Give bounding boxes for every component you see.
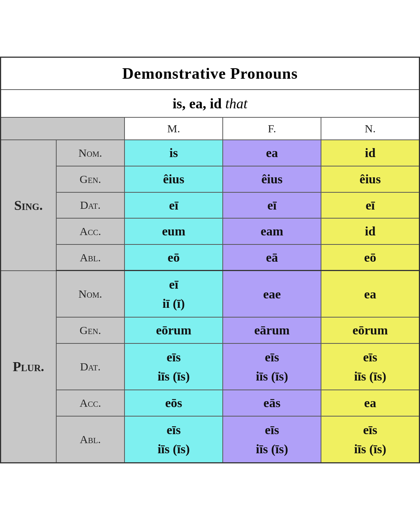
sing-acc-row: Acc. eum eam id: [1, 218, 420, 244]
plur-acc-n: ea: [321, 390, 419, 416]
sing-label: Sing.: [1, 140, 56, 270]
plur-gen-row: Gen. eōrum eārum eōrum: [1, 317, 420, 343]
sing-gen-f: êius: [223, 166, 321, 192]
sing-gen-m: êius: [124, 166, 223, 192]
plur-acc-row: Acc. eōs eās ea: [1, 390, 420, 416]
plur-nom-n: ea: [321, 271, 419, 318]
plur-dat-m: eīsiīs (īs): [124, 343, 223, 390]
empty-header: [1, 117, 125, 140]
sing-abl-n: eō: [321, 244, 419, 271]
plur-dat-case: Dat.: [56, 343, 124, 390]
gender-header-row: M. F. N.: [1, 117, 420, 140]
subtitle-text: is, ea, id: [172, 96, 225, 111]
sing-gen-row: Gen. êius êius êius: [1, 166, 420, 192]
plur-label: Plur.: [1, 271, 56, 463]
sing-nom-row: Sing. Nom. is ea id: [1, 140, 420, 166]
sing-acc-case: Acc.: [56, 218, 124, 244]
plur-abl-n: eīsiīs (īs): [321, 416, 419, 463]
sing-dat-n: eī: [321, 192, 419, 219]
sing-abl-row: Abl. eō eā eō: [1, 244, 420, 271]
sing-dat-row: Dat. eī eī eī: [1, 192, 420, 219]
plur-abl-case: Abl.: [56, 416, 124, 463]
plur-abl-f: eīsiīs (īs): [223, 416, 321, 463]
sing-acc-f: eam: [223, 218, 321, 244]
plur-acc-f: eās: [223, 390, 321, 416]
sing-nom-f: ea: [223, 140, 321, 166]
plur-dat-f: eīsiīs (īs): [223, 343, 321, 390]
table-title: Demonstrative Pronouns: [1, 57, 420, 90]
sing-abl-case: Abl.: [56, 244, 124, 271]
plur-gen-f: eārum: [223, 317, 321, 343]
sing-gen-n: êius: [321, 166, 419, 192]
title-row: Demonstrative Pronouns: [1, 57, 420, 90]
plur-dat-n: eīsiīs (īs): [321, 343, 419, 390]
plur-gen-case: Gen.: [56, 317, 124, 343]
sing-nom-case: Nom.: [56, 140, 124, 166]
sing-dat-m: eī: [124, 192, 223, 219]
header-m: M.: [124, 117, 223, 140]
header-n: N.: [321, 117, 419, 140]
plur-nom-row: Plur. Nom. eīiī (ī) eae ea: [1, 271, 420, 318]
plur-nom-f: eae: [223, 271, 321, 318]
plur-acc-case: Acc.: [56, 390, 124, 416]
plur-nom-case: Nom.: [56, 271, 124, 318]
plur-gen-n: eōrum: [321, 317, 419, 343]
plur-nom-m: eīiī (ī): [124, 271, 223, 318]
main-table: Demonstrative Pronouns is, ea, id that M…: [0, 57, 420, 463]
header-f: F.: [223, 117, 321, 140]
sing-acc-n: id: [321, 218, 419, 244]
sing-dat-f: eī: [223, 192, 321, 219]
plur-abl-m: eīsiīs (īs): [124, 416, 223, 463]
plur-gen-m: eōrum: [124, 317, 223, 343]
sing-nom-m: is: [124, 140, 223, 166]
subtitle-row: is, ea, id that: [1, 90, 420, 117]
sing-nom-n: id: [321, 140, 419, 166]
subtitle-italic: that: [225, 96, 248, 111]
table-subtitle: is, ea, id that: [1, 90, 420, 117]
sing-abl-m: eō: [124, 244, 223, 271]
sing-gen-case: Gen.: [56, 166, 124, 192]
plur-dat-row: Dat. eīsiīs (īs) eīsiīs (īs) eīsiīs (īs): [1, 343, 420, 390]
sing-acc-m: eum: [124, 218, 223, 244]
sing-abl-f: eā: [223, 244, 321, 271]
plur-acc-m: eōs: [124, 390, 223, 416]
sing-dat-case: Dat.: [56, 192, 124, 219]
plur-abl-row: Abl. eīsiīs (īs) eīsiīs (īs) eīsiīs (īs): [1, 416, 420, 463]
